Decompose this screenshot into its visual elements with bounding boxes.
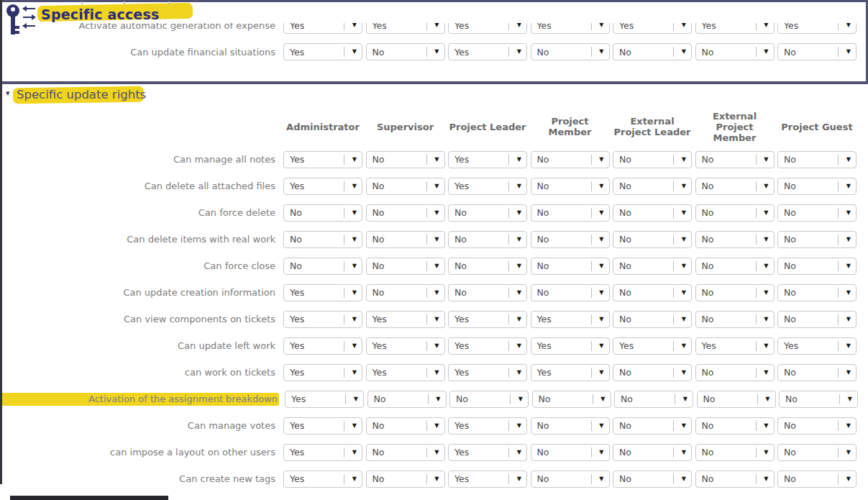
yesno-dropdown[interactable]: No ▼ xyxy=(531,258,610,275)
yesno-dropdown[interactable]: No ▼ xyxy=(613,258,692,275)
yesno-dropdown[interactable]: No ▼ xyxy=(777,444,856,461)
yesno-dropdown[interactable]: No ▼ xyxy=(283,231,362,248)
yesno-dropdown[interactable]: No ▼ xyxy=(695,204,775,222)
yesno-dropdown[interactable]: No ▼ xyxy=(777,311,856,328)
yesno-dropdown[interactable]: No ▼ xyxy=(613,311,692,328)
yesno-dropdown[interactable]: No ▼ xyxy=(283,258,362,275)
yesno-dropdown[interactable]: No ▼ xyxy=(777,284,856,301)
yesno-dropdown[interactable]: No ▼ xyxy=(777,231,856,248)
yesno-dropdown[interactable]: Yes ▼ xyxy=(448,471,527,488)
yesno-dropdown[interactable]: No ▼ xyxy=(613,43,692,60)
yesno-dropdown[interactable]: Yes ▼ xyxy=(448,43,527,60)
yesno-dropdown[interactable]: No ▼ xyxy=(449,391,529,408)
yesno-dropdown[interactable]: No ▼ xyxy=(613,151,692,168)
yesno-dropdown[interactable]: No ▼ xyxy=(613,444,692,461)
yesno-dropdown[interactable]: No ▼ xyxy=(695,43,775,60)
yesno-dropdown[interactable]: No ▼ xyxy=(695,231,775,248)
yesno-dropdown[interactable]: Yes ▼ xyxy=(695,337,775,355)
yesno-dropdown[interactable]: No ▼ xyxy=(695,444,775,461)
yesno-dropdown[interactable]: Yes ▼ xyxy=(285,391,364,408)
yesno-dropdown[interactable]: No ▼ xyxy=(532,391,611,408)
yesno-dropdown[interactable]: Yes ▼ xyxy=(448,311,527,328)
yesno-dropdown[interactable]: Yes ▼ xyxy=(777,337,856,355)
yesno-dropdown[interactable]: No ▼ xyxy=(531,43,610,60)
yesno-dropdown[interactable]: No ▼ xyxy=(613,471,692,488)
yesno-dropdown[interactable]: No ▼ xyxy=(366,178,445,195)
yesno-dropdown[interactable]: Yes ▼ xyxy=(613,337,692,355)
yesno-dropdown[interactable]: Yes ▼ xyxy=(531,364,610,381)
yesno-dropdown[interactable]: Yes ▼ xyxy=(448,364,527,381)
yesno-dropdown[interactable]: No ▼ xyxy=(531,231,610,248)
yesno-dropdown[interactable]: No ▼ xyxy=(366,204,445,222)
yesno-dropdown[interactable]: No ▼ xyxy=(779,391,858,408)
yesno-dropdown[interactable]: No ▼ xyxy=(695,284,775,301)
yesno-dropdown[interactable]: No ▼ xyxy=(283,204,362,222)
yesno-dropdown[interactable]: No ▼ xyxy=(448,284,527,301)
yesno-dropdown[interactable]: Yes ▼ xyxy=(448,444,527,461)
yesno-dropdown[interactable]: No ▼ xyxy=(531,417,610,435)
yesno-dropdown[interactable]: No ▼ xyxy=(448,204,527,222)
yesno-dropdown[interactable]: No ▼ xyxy=(777,204,856,222)
yesno-dropdown[interactable]: No ▼ xyxy=(695,364,775,381)
yesno-dropdown[interactable]: No ▼ xyxy=(531,471,610,488)
yesno-dropdown[interactable]: No ▼ xyxy=(448,231,527,248)
yesno-dropdown[interactable]: No ▼ xyxy=(367,391,447,408)
yesno-dropdown[interactable]: No ▼ xyxy=(366,231,445,248)
yesno-dropdown[interactable]: No ▼ xyxy=(531,151,610,168)
yesno-dropdown[interactable]: No ▼ xyxy=(366,258,445,275)
yesno-dropdown[interactable]: No ▼ xyxy=(695,258,775,275)
yesno-dropdown[interactable]: No ▼ xyxy=(366,43,445,60)
yesno-dropdown[interactable]: No ▼ xyxy=(531,284,610,301)
yesno-dropdown[interactable]: Yes ▼ xyxy=(283,337,362,355)
yesno-dropdown[interactable]: Yes ▼ xyxy=(283,284,362,301)
dropdown-cell: No ▼ xyxy=(531,231,610,248)
yesno-dropdown[interactable]: No ▼ xyxy=(777,471,856,488)
yesno-dropdown[interactable]: No ▼ xyxy=(448,258,527,275)
yesno-dropdown[interactable]: No ▼ xyxy=(613,204,692,222)
yesno-dropdown[interactable]: No ▼ xyxy=(613,284,692,301)
yesno-dropdown[interactable]: Yes ▼ xyxy=(448,178,527,195)
yesno-dropdown[interactable]: Yes ▼ xyxy=(448,337,527,355)
yesno-dropdown[interactable]: No ▼ xyxy=(777,364,856,381)
yesno-dropdown[interactable]: Yes ▼ xyxy=(283,471,362,488)
yesno-dropdown[interactable]: No ▼ xyxy=(366,151,445,168)
yesno-dropdown[interactable]: No ▼ xyxy=(366,284,445,301)
yesno-dropdown[interactable]: No ▼ xyxy=(614,391,693,408)
yesno-dropdown[interactable]: Yes ▼ xyxy=(448,417,527,435)
yesno-dropdown[interactable]: No ▼ xyxy=(613,178,692,195)
yesno-dropdown[interactable]: No ▼ xyxy=(777,417,856,435)
yesno-dropdown[interactable]: No ▼ xyxy=(613,417,692,435)
yesno-dropdown[interactable]: No ▼ xyxy=(366,471,445,488)
collapse-toggle-icon[interactable]: ▾ xyxy=(6,89,10,97)
yesno-dropdown[interactable]: Yes ▼ xyxy=(283,444,362,461)
yesno-dropdown[interactable]: No ▼ xyxy=(695,151,775,168)
yesno-dropdown[interactable]: No ▼ xyxy=(531,178,610,195)
yesno-dropdown[interactable]: Yes ▼ xyxy=(366,311,445,328)
yesno-dropdown[interactable]: No ▼ xyxy=(695,471,775,488)
yesno-dropdown[interactable]: Yes ▼ xyxy=(283,364,362,381)
yesno-dropdown[interactable]: Yes ▼ xyxy=(283,311,362,328)
yesno-dropdown[interactable]: Yes ▼ xyxy=(283,43,362,60)
yesno-dropdown[interactable]: No ▼ xyxy=(613,231,692,248)
yesno-dropdown[interactable]: No ▼ xyxy=(695,417,775,435)
yesno-dropdown[interactable]: No ▼ xyxy=(697,391,776,408)
yesno-dropdown[interactable]: No ▼ xyxy=(777,43,856,60)
yesno-dropdown[interactable]: Yes ▼ xyxy=(283,151,362,168)
yesno-dropdown[interactable]: No ▼ xyxy=(531,444,610,461)
yesno-dropdown[interactable]: No ▼ xyxy=(531,204,610,222)
yesno-dropdown[interactable]: No ▼ xyxy=(695,311,775,328)
yesno-dropdown[interactable]: Yes ▼ xyxy=(283,417,362,435)
yesno-dropdown[interactable]: No ▼ xyxy=(777,151,856,168)
yesno-dropdown[interactable]: Yes ▼ xyxy=(366,364,445,381)
yesno-dropdown[interactable]: No ▼ xyxy=(613,364,692,381)
yesno-dropdown[interactable]: Yes ▼ xyxy=(448,151,527,168)
yesno-dropdown[interactable]: Yes ▼ xyxy=(531,337,610,355)
yesno-dropdown[interactable]: Yes ▼ xyxy=(531,311,610,328)
yesno-dropdown[interactable]: No ▼ xyxy=(366,417,445,435)
yesno-dropdown[interactable]: No ▼ xyxy=(777,258,856,275)
yesno-dropdown[interactable]: No ▼ xyxy=(366,444,445,461)
yesno-dropdown[interactable]: Yes ▼ xyxy=(283,178,362,195)
yesno-dropdown[interactable]: No ▼ xyxy=(695,178,775,195)
yesno-dropdown[interactable]: Yes ▼ xyxy=(366,337,445,355)
yesno-dropdown[interactable]: No ▼ xyxy=(777,178,856,195)
